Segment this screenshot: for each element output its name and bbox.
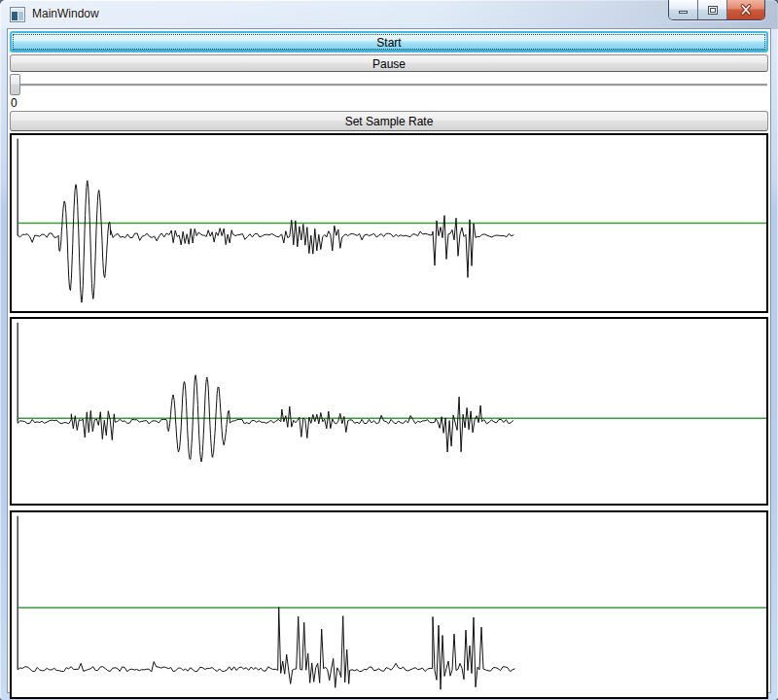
slider-value-label: 0 [10,96,768,111]
start-button-label: Start [376,36,401,50]
waveform-plot-2 [12,319,766,504]
set-sample-rate-label: Set Sample Rate [345,115,434,128]
waveform-chart-1 [10,133,768,313]
app-icon [10,7,25,22]
pause-button-label: Pause [372,57,406,71]
gain-slider [10,74,768,96]
maximize-icon [707,5,719,16]
set-sample-rate-button[interactable]: Set Sample Rate [10,111,768,131]
slider-track[interactable] [11,84,767,87]
close-button[interactable] [727,0,764,19]
minimize-icon [678,5,690,15]
waveform-chart-2 [10,317,768,506]
client-area: Start Pause 0 Set Sample Rate [8,29,770,692]
main-window: MainWindow [0,0,778,700]
maximize-button[interactable] [698,0,727,19]
slider-thumb[interactable] [10,74,20,95]
start-button[interactable]: Start [10,31,768,52]
window-title: MainWindow [32,0,99,28]
close-icon [739,4,753,16]
minimize-button[interactable] [669,0,698,19]
waveform-plot-3 [12,512,766,697]
waveform-chart-3 [10,510,768,699]
waveform-plot-1 [12,135,766,311]
title-bar[interactable]: MainWindow [0,0,778,29]
pause-button[interactable]: Pause [10,54,768,72]
caption-buttons [668,0,765,20]
